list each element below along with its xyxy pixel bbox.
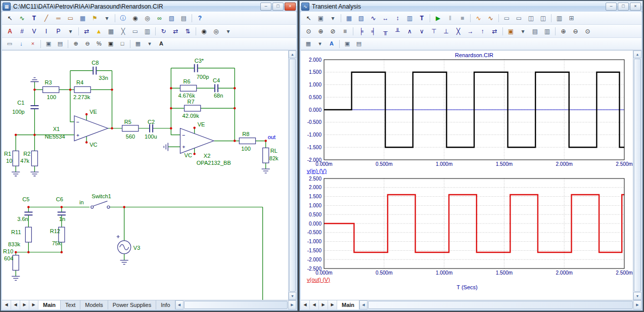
scale-mode-icon[interactable]: ▦ <box>343 13 355 24</box>
zoom-in-icon[interactable]: ⊕ <box>558 26 569 37</box>
vertical-tag-icon[interactable]: ↕ <box>392 13 403 24</box>
scroll-down-button[interactable]: ▼ <box>289 292 296 300</box>
three-d-icon[interactable]: ▥ <box>554 13 565 24</box>
font-icon[interactable]: A <box>326 39 337 49</box>
scrollbar-track[interactable] <box>633 58 641 292</box>
node-numbers-icon[interactable]: # <box>16 26 28 37</box>
flip-x-icon[interactable]: ⇄ <box>170 26 181 37</box>
schematic-window-titlebar[interactable]: ▦ C:\MC11\DATA\Petrov\RIAA\Parasound\Ren… <box>1 1 297 12</box>
find-icon[interactable]: ◉ <box>198 26 210 37</box>
page-icon[interactable]: ▭ <box>4 39 15 49</box>
first-page-button[interactable]: ◀ <box>301 300 310 309</box>
zoom-out-icon[interactable]: ⊖ <box>570 26 581 37</box>
transient-plot-vin[interactable]: 0.000m0.500m1.000m1.500m2.000m2.500m2.00… <box>301 51 633 168</box>
schematic-drawing[interactable]: C833nR3100R42.273kC1100pX1NE5534VEVCR556… <box>2 51 289 300</box>
select-mode-icon[interactable]: ↖ <box>303 13 314 24</box>
tag-format-icon[interactable]: ▥ <box>541 26 553 37</box>
copy-icon[interactable]: ▣ <box>342 39 353 49</box>
minimize-button[interactable]: – <box>606 3 617 11</box>
scroll-down-button[interactable]: ▼ <box>633 292 641 300</box>
resistor-R7[interactable] <box>185 105 201 111</box>
next-page-button[interactable]: ▶ <box>20 300 29 309</box>
search-menu-icon[interactable]: ▾ <box>222 26 234 37</box>
probe-one-icon[interactable]: ⊙ <box>303 26 314 37</box>
maximize-button[interactable]: □ <box>272 3 284 11</box>
bottom-tag-icon[interactable]: ╨ <box>392 26 403 37</box>
pin-currents-icon[interactable]: I <box>40 26 52 37</box>
high-icon[interactable]: ⊤ <box>428 26 440 37</box>
help-icon[interactable]: ? <box>194 13 206 24</box>
opamp-X2[interactable] <box>180 128 213 154</box>
resistor-RL[interactable] <box>263 148 269 163</box>
analysis-plot-area[interactable]: 0.000m0.500m1.000m1.500m2.000m2.500m2.00… <box>301 50 641 300</box>
rotate-icon[interactable]: ↻ <box>158 26 169 37</box>
clipboard-menu-icon[interactable]: ▾ <box>517 26 529 37</box>
text-mode-icon[interactable]: T <box>28 13 40 24</box>
prev-page-button[interactable]: ◀ <box>310 300 319 309</box>
analysis-limits-icon[interactable]: ∿ <box>473 13 484 24</box>
resistor-R5[interactable] <box>122 125 139 131</box>
transient-plot-vout[interactable]: 0.000m0.500m1.000m1.500m2.000m2.500m2.50… <box>301 175 633 277</box>
dc-analysis-icon[interactable]: ⇄ <box>81 26 93 37</box>
graph-page-icon[interactable]: ▣ <box>315 13 327 24</box>
grid-icon[interactable]: ▦ <box>303 39 314 49</box>
cursor-left-icon[interactable]: ╞ <box>355 26 367 37</box>
scroll-up-button[interactable]: ▲ <box>289 51 296 58</box>
tab-main[interactable]: Main <box>337 300 359 309</box>
breakpoint-icon[interactable]: ◫ <box>537 13 549 24</box>
link-icon[interactable]: ∞ <box>154 13 165 24</box>
camera-icon[interactable]: ▣ <box>105 39 116 49</box>
select-mode-icon[interactable]: ↖ <box>4 13 16 24</box>
performance-icon[interactable]: ⊞ <box>566 13 577 24</box>
state-variables-icon[interactable]: ▭ <box>513 13 525 24</box>
pin-conditions-icon[interactable]: ▾ <box>65 26 76 37</box>
grid-menu-icon[interactable]: ▾ <box>314 39 326 49</box>
scrollbar-thumb[interactable] <box>184 301 288 309</box>
valley-icon[interactable]: ∨ <box>416 26 428 37</box>
scrollbar-track[interactable] <box>289 58 296 292</box>
scrollbar-thumb[interactable] <box>368 301 633 309</box>
cross-grid-icon[interactable]: ╳ <box>117 26 129 37</box>
prev-page-button[interactable]: ◀ <box>11 300 20 309</box>
scroll-left-button[interactable]: ◀ <box>359 300 367 309</box>
opamp-X1[interactable] <box>74 116 108 141</box>
node-voltages-icon[interactable]: V <box>28 26 40 37</box>
schematic-horizontal-scrollbar[interactable]: ◀ ▶ <box>175 300 296 309</box>
inflection-icon[interactable]: ╳ <box>452 26 464 37</box>
list-icon[interactable]: ▤ <box>178 13 190 24</box>
tab-power-supplies[interactable]: Power Supplies <box>108 300 156 309</box>
grid-snap-icon[interactable]: ▦ <box>132 39 144 49</box>
close-button[interactable]: × <box>630 3 641 11</box>
switch-lever[interactable] <box>93 201 107 206</box>
paste-icon[interactable]: ▤ <box>353 39 364 49</box>
point-probe-icon[interactable]: ◉ <box>129 13 141 24</box>
title-block-icon[interactable]: ▥ <box>142 26 153 37</box>
cursor-right-icon[interactable]: ╡ <box>367 26 379 37</box>
trace-label-vout[interactable]: v(out) (V) <box>307 277 633 283</box>
probe-many-icon[interactable]: ⊕ <box>315 26 327 37</box>
warning-icon[interactable]: ▲ <box>93 26 105 37</box>
horizontal-tag-icon[interactable]: ↔ <box>380 13 391 24</box>
separate-plots-icon[interactable]: ≡ <box>339 26 351 37</box>
grid-icon[interactable]: ▦ <box>105 26 117 37</box>
text-mode-icon[interactable]: T <box>416 13 428 24</box>
font-icon[interactable]: A <box>156 39 167 49</box>
analysis-horizontal-scrollbar[interactable]: ◀ ▶ <box>359 300 641 309</box>
zoom-auto-icon[interactable]: ⊙ <box>582 26 593 37</box>
schematic-canvas[interactable]: C833nR3100R42.273kC1100pX1NE5534VEVCR556… <box>2 50 296 300</box>
cursor-mode-icon[interactable]: ▧ <box>355 13 367 24</box>
scrollbar-track[interactable] <box>183 300 288 309</box>
page-close-icon[interactable]: × <box>27 39 38 49</box>
schematic-vertical-scrollbar[interactable]: ▲ ▼ <box>288 51 296 300</box>
scrollbar-thumb[interactable] <box>634 59 641 292</box>
resistor-R1[interactable] <box>13 151 19 166</box>
grid-menu-icon[interactable]: ▾ <box>144 39 155 49</box>
paste-icon[interactable]: ▤ <box>55 39 66 49</box>
resistor-R8[interactable] <box>239 138 255 144</box>
flip-y-icon[interactable]: ⇅ <box>182 26 194 37</box>
trace-label-vin[interactable]: v(in) (V) <box>307 168 633 174</box>
mode-menu-icon[interactable]: ▾ <box>101 13 113 24</box>
resistor-R3[interactable] <box>43 86 59 93</box>
stop-icon[interactable]: ■ <box>456 13 468 24</box>
last-page-button[interactable]: ▶ <box>328 300 337 309</box>
